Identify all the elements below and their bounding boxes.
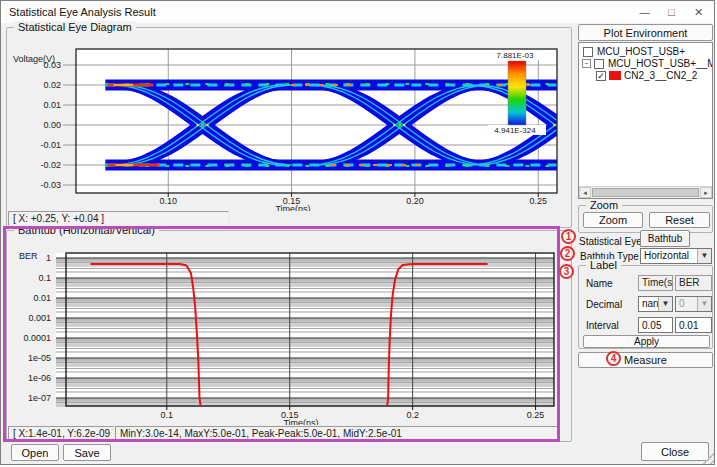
svg-text:0.25: 0.25 — [527, 410, 545, 420]
svg-text:0.02: 0.02 — [43, 80, 61, 90]
label-group-title: Label — [586, 259, 621, 271]
svg-text:Voltage(V): Voltage(V) — [13, 54, 55, 64]
tree-horizontal-scrollbar[interactable]: ◄ ► — [579, 186, 712, 198]
scroll-right-icon[interactable]: ► — [700, 187, 712, 198]
tree-expander-icon[interactable]: - — [582, 59, 591, 68]
interval-input-ber[interactable] — [675, 317, 712, 333]
plot-environment-button[interactable]: Plot Environment — [578, 24, 713, 41]
svg-text:0.01: 0.01 — [43, 100, 61, 110]
close-icon[interactable]: ✕ — [685, 1, 712, 23]
window-title: Statistical Eye Analysis Result — [9, 1, 156, 23]
bathtub-chart[interactable]: 10.10.010.0010.00011e-051e-061e-070.10.1… — [7, 241, 573, 425]
annotation-badge-2: 2 — [560, 246, 575, 261]
svg-text:1e-06: 1e-06 — [28, 373, 51, 383]
scroll-left-icon[interactable]: ◄ — [579, 187, 591, 198]
chevron-down-icon[interactable]: ▼ — [658, 297, 672, 311]
svg-text:0.01: 0.01 — [33, 293, 51, 303]
measure-button[interactable]: Measure — [578, 352, 713, 368]
svg-text:-0.03: -0.03 — [40, 180, 61, 190]
reset-button[interactable]: Reset — [649, 212, 710, 228]
apply-button[interactable]: Apply — [583, 335, 710, 348]
svg-text:-0.02: -0.02 — [40, 160, 61, 170]
bathtub-measure-status: MinY:3.0e-14, MaxY:5.0e-01, Peak-Peak:5.… — [115, 426, 559, 441]
svg-text:0.25: 0.25 — [529, 196, 547, 206]
decimal-value-ber: 0 — [679, 298, 685, 309]
zoom-button[interactable]: Zoom — [583, 212, 643, 228]
svg-text:0.20: 0.20 — [406, 196, 424, 206]
annotation-badge-3: 3 — [559, 264, 574, 279]
svg-text:1e-05: 1e-05 — [28, 353, 51, 363]
svg-text:Time(ns): Time(ns) — [275, 204, 310, 211]
interval-label: Interval — [586, 320, 619, 331]
zoom-group-title: Zoom — [586, 199, 622, 211]
decimal-select-time[interactable]: nano ▼ — [638, 296, 673, 312]
tree-item-mcu-host-usb[interactable]: MCU_HOST_USB+ — [579, 46, 712, 58]
tree-item-mcu-host-usb-child[interactable]: - MCU_HOST_USB+__MCU_HO — [579, 58, 712, 70]
svg-text:0.1: 0.1 — [38, 273, 51, 283]
tree-item-label: CN2_3__CN2_2 — [624, 70, 697, 82]
maximize-icon[interactable]: □ — [658, 1, 685, 23]
svg-text:4.941E-324: 4.941E-324 — [494, 126, 536, 135]
chevron-down-icon[interactable]: ▼ — [697, 249, 711, 263]
svg-text:0.001: 0.001 — [28, 313, 51, 323]
svg-text:0.00: 0.00 — [43, 120, 61, 130]
svg-text:0.1: 0.1 — [161, 410, 174, 420]
open-button[interactable]: Open — [11, 444, 59, 461]
tab-statistical-eye[interactable]: Statistical Eye — [579, 236, 642, 247]
tree-checkbox-checked[interactable]: ✓ — [596, 71, 606, 81]
svg-text:-0.01: -0.01 — [40, 140, 61, 150]
statistical-eye-analysis-window: Statistical Eye Analysis Result — □ ✕ St… — [0, 0, 715, 465]
svg-text:BER: BER — [19, 251, 38, 261]
tree-item-label: MCU_HOST_USB+ — [597, 46, 685, 58]
decimal-select-ber: 0 ▼ — [675, 296, 712, 312]
window-controls: — □ ✕ — [631, 1, 712, 23]
svg-text:0.2: 0.2 — [406, 410, 419, 420]
name-field-time: Time(s) — [638, 275, 673, 291]
svg-text:0.10: 0.10 — [159, 196, 177, 206]
tree-checkbox-unchecked[interactable] — [594, 59, 604, 69]
title-bar: Statistical Eye Analysis Result — □ ✕ — [1, 1, 714, 23]
chevron-down-icon: ▼ — [697, 297, 711, 311]
svg-text:Time(ns): Time(ns) — [283, 418, 318, 425]
trace-color-swatch — [609, 71, 621, 80]
tab-bathtub[interactable]: Bathtub — [640, 230, 690, 247]
eye-diagram-chart[interactable]: 0.030.020.010.00-0.01-0.02-0.030.100.150… — [7, 37, 573, 211]
bathtub-type-value: Horizontal — [644, 250, 689, 261]
svg-text:7.881E-03: 7.881E-03 — [497, 51, 534, 60]
bathtub-type-select[interactable]: Horizontal ▼ — [640, 248, 712, 264]
svg-text:1: 1 — [46, 253, 51, 263]
tree-item-cn2-3-cn2-2[interactable]: ✓ CN2_3__CN2_2 — [579, 70, 712, 82]
interval-input-time[interactable] — [638, 317, 673, 333]
decimal-label: Decimal — [586, 299, 622, 310]
bathtub-cursor-status: [ X:1.4e-01, Y:6.2e-09 ] — [8, 426, 114, 441]
annotation-badge-1: 1 — [561, 229, 576, 244]
tree-checkbox-unchecked[interactable] — [583, 47, 593, 57]
tree-item-label: MCU_HOST_USB+__MCU_HO — [608, 58, 712, 70]
scrollbar-thumb[interactable] — [592, 188, 699, 197]
minimize-icon[interactable]: — — [631, 1, 658, 23]
signal-tree: MCU_HOST_USB+ - MCU_HOST_USB+__MCU_HO ✓ … — [578, 42, 713, 199]
svg-text:0.0001: 0.0001 — [23, 333, 51, 343]
name-label: Name — [586, 278, 613, 289]
close-button[interactable]: Close — [641, 442, 709, 461]
save-button[interactable]: Save — [63, 444, 111, 461]
name-field-ber: BER — [675, 275, 712, 291]
annotation-badge-4: 4 — [606, 351, 621, 366]
bathtub-group-title: Bathtub (Horizontal/Vertical) — [14, 224, 159, 236]
statistical-eye-group-title: Statistical Eye Diagram — [14, 21, 136, 33]
svg-text:1e-07: 1e-07 — [28, 393, 51, 403]
